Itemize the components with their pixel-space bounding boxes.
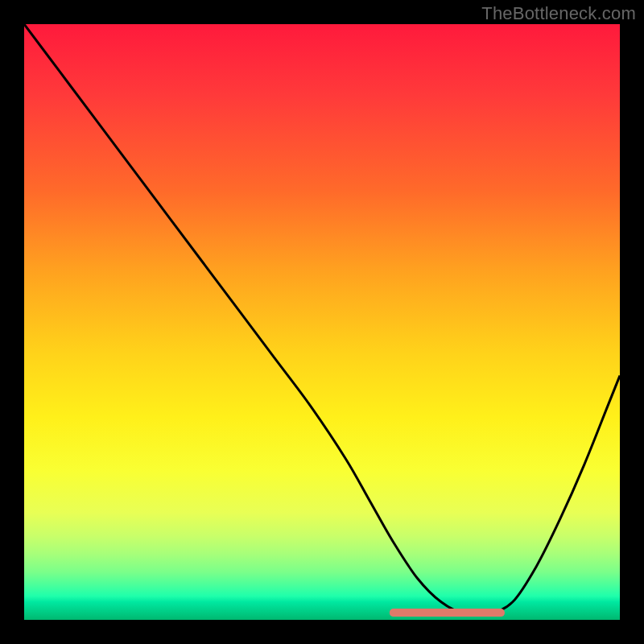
bottleneck-curve [24,24,620,615]
watermark-text: TheBottleneck.com [481,3,636,24]
curve-layer [24,24,620,620]
plot-area [24,24,620,620]
chart-frame: TheBottleneck.com [0,0,644,644]
